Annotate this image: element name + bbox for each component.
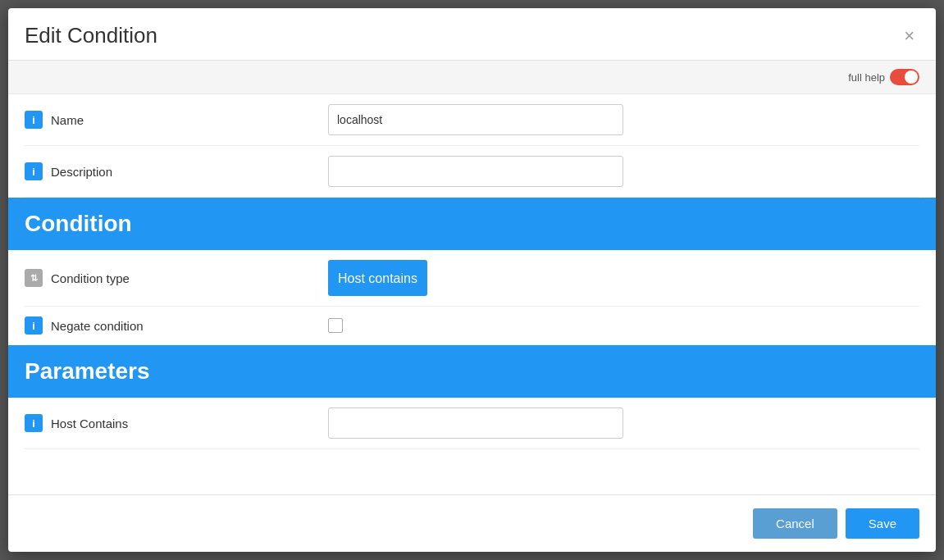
condition-section-title: Condition [25, 211, 132, 236]
condition-type-row: ⇅ Condition type Host contains URL conta… [25, 250, 919, 307]
host-contains-label: i Host Contains [25, 414, 328, 432]
parameters-section-title: Parameters [25, 358, 150, 384]
parameters-section-header: Parameters [8, 345, 936, 398]
save-button[interactable]: Save [846, 508, 919, 539]
name-info-icon: i [25, 111, 43, 129]
condition-type-sort-icon: ⇅ [25, 269, 43, 287]
negate-condition-label: i Negate condition [25, 316, 328, 335]
condition-type-wrapper: Host contains URL contains IP range User… [328, 260, 673, 296]
full-help-toggle[interactable] [890, 69, 919, 85]
edit-condition-dialog: Edit Condition × full help i Name [8, 8, 936, 552]
condition-type-select[interactable]: Host contains URL contains IP range User… [328, 260, 427, 296]
toolbar-row: full help [8, 61, 936, 94]
description-label: i Description [25, 162, 328, 180]
close-button[interactable]: × [899, 25, 919, 47]
condition-type-label-text: Condition type [51, 271, 130, 285]
negate-condition-row: i Negate condition [25, 307, 919, 345]
dialog-title: Edit Condition [25, 23, 157, 48]
name-input[interactable] [328, 104, 623, 135]
host-contains-row: i Host Contains [25, 398, 919, 449]
cancel-button[interactable]: Cancel [753, 508, 837, 539]
toggle-track [890, 69, 919, 85]
negate-condition-label-text: Negate condition [51, 319, 144, 333]
condition-fields-section: ⇅ Condition type Host contains URL conta… [8, 250, 936, 345]
dialog-body: full help i Name i Description [8, 61, 936, 494]
full-help-label: full help [848, 71, 885, 84]
dialog-footer: Cancel Save [8, 494, 936, 552]
description-input[interactable] [328, 156, 623, 187]
host-contains-info-icon: i [25, 414, 43, 432]
name-label: i Name [25, 111, 328, 129]
description-info-icon: i [25, 162, 43, 180]
negate-condition-checkbox[interactable] [328, 318, 343, 333]
description-row: i Description [25, 146, 919, 198]
name-row: i Name [25, 94, 919, 146]
condition-type-label: ⇅ Condition type [25, 269, 328, 287]
dialog-header: Edit Condition × [8, 8, 936, 61]
toggle-knob [905, 71, 918, 84]
name-label-text: Name [51, 113, 84, 127]
host-contains-label-text: Host Contains [51, 417, 128, 430]
description-label-text: Description [51, 165, 112, 179]
parameters-fields-section: i Host Contains [8, 398, 936, 449]
host-contains-input[interactable] [328, 407, 623, 439]
name-section: i Name i Description [8, 94, 936, 198]
condition-section-header: Condition [8, 198, 936, 250]
negate-info-icon: i [25, 316, 43, 335]
